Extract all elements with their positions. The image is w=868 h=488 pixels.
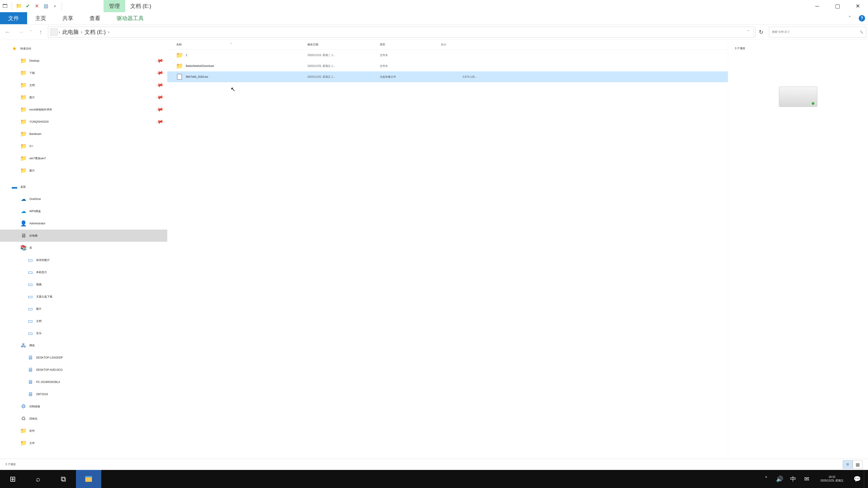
volume-icon[interactable]: 🔊 — [773, 470, 786, 488]
nav-qa-item[interactable]: 📁下载📌 — [0, 67, 167, 79]
nav-qa-item[interactable]: 📁G:\ — [0, 140, 167, 152]
nav-network[interactable]: 🖧 网络 — [0, 339, 167, 352]
action-center-icon[interactable]: 💬 — [850, 470, 864, 488]
file-row[interactable]: 📁12020/12/15, 星期二 1...文件夹 — [167, 50, 728, 61]
nav-qa-item[interactable]: 📁YUNQISHI2019📌 — [0, 116, 167, 128]
nav-item[interactable]: 📚库 — [0, 242, 167, 254]
wps-icon: ☁ — [20, 208, 27, 215]
workspace: ★ 快速访问 📁Desktop📌📁下载📌📁文档📌📁图片📌📁excel表格制作求和… — [0, 40, 868, 459]
back-button[interactable]: ← — [2, 26, 13, 38]
delete-icon[interactable]: ✕ — [34, 3, 40, 9]
icons-view-button[interactable]: ▦ — [852, 460, 863, 469]
tab-file[interactable]: 文件 — [0, 12, 27, 24]
nav-software[interactable]: 📁 软件 — [0, 425, 167, 437]
nav-net-item[interactable]: 🖥ZMT2019 — [0, 388, 167, 400]
nav-lib-item[interactable]: ▭音乐 — [0, 327, 167, 339]
show-desktop-button[interactable] — [864, 470, 868, 488]
nav-qa-item[interactable]: 📁图片📌 — [0, 91, 167, 103]
file-explorer-taskbar[interactable] — [76, 470, 101, 488]
chevron-right-icon[interactable]: › — [59, 29, 60, 35]
ime-indicator[interactable]: 中 — [786, 470, 800, 488]
file-row[interactable]: 📁BaiduNetdiskDownload2020/12/25, 星期五 1..… — [167, 61, 728, 71]
tab-home[interactable]: 主页 — [27, 12, 54, 24]
desktop-icon: 📁 — [20, 58, 27, 64]
nav-item[interactable]: ☁WPS网盘 — [0, 205, 167, 217]
nav-item[interactable]: 🖥此电脑 — [0, 230, 167, 242]
details-view-button[interactable]: ≡ — [843, 460, 852, 469]
tray-overflow-icon[interactable]: ˄ — [759, 470, 773, 488]
ribbon-tabs: 文件 主页 共享 查看 驱动器工具 ˄ ? — [0, 12, 868, 24]
nav-label: YUNQISHI2019 — [29, 120, 49, 123]
status-bar: 3 个项目 ≡ ▦ — [0, 459, 868, 470]
nav-qa-item[interactable]: 📁Desktop📌 — [0, 55, 167, 67]
nav-lib-item[interactable]: ▭图片 — [0, 303, 167, 315]
pin-icon: 📌 — [156, 93, 164, 102]
file-list[interactable]: 名称˄ 修改日期 类型 大小 📁12020/12/15, 星期二 1...文件夹… — [167, 40, 728, 459]
forward-button[interactable]: → — [15, 26, 27, 38]
breadcrumb-current[interactable]: 文档 (E:) — [83, 29, 107, 36]
user-icon: 👤 — [20, 220, 27, 227]
nav-net-item[interactable]: 🖥DESKTOP-LSSOEDP — [0, 352, 167, 364]
folder-icon: 📁 — [20, 428, 27, 434]
col-modified[interactable]: 修改日期 — [307, 43, 380, 46]
nav-qa-item[interactable]: 📁图片 — [0, 164, 167, 177]
breadcrumb[interactable]: › 此电脑 › 文档 (E:) › ˅ — [48, 27, 754, 37]
minimize-button[interactable]: ─ — [807, 0, 827, 12]
up-button[interactable]: ↑ — [35, 26, 46, 38]
search-icon[interactable]: 🔍 — [860, 31, 863, 34]
nav-qa-item[interactable]: 📁文档📌 — [0, 79, 167, 91]
nav-net-item[interactable]: 🖥PC-20190530OBLA — [0, 376, 167, 388]
breadcrumb-dropdown-icon[interactable]: ˅ — [745, 30, 752, 35]
checkmark-icon[interactable]: ✔ — [25, 3, 31, 9]
col-name[interactable]: 名称˄ — [176, 42, 307, 47]
nav-lib-item[interactable]: ▭保存的图片 — [0, 254, 167, 266]
nav-control-panel[interactable]: ⚙ 控制面板 — [0, 400, 167, 413]
nav-lib-item[interactable]: ▭文档 — [0, 315, 167, 327]
nav-desktop-group[interactable]: ▬ 桌面 — [0, 181, 167, 193]
breadcrumb-root[interactable]: 此电脑 — [61, 29, 80, 36]
search-input[interactable]: 搜索"文档 (E:)" 🔍 — [769, 27, 866, 37]
chevron-right-icon[interactable]: › — [108, 29, 110, 35]
context-tab-manage[interactable]: 管理 — [103, 0, 125, 12]
col-size[interactable]: 大小 — [441, 43, 482, 46]
history-dropdown-icon[interactable]: ˅ — [28, 30, 33, 35]
properties-icon[interactable]: ▧ — [43, 3, 49, 9]
nav-qa-item[interactable]: 📁excel表格制作求和📌 — [0, 103, 167, 116]
nav-docs[interactable]: 📁 文件 — [0, 437, 167, 449]
nav-lib-item[interactable]: ▭本机照片 — [0, 266, 167, 278]
clock[interactable]: 16:32 2020/12/25, 星期五 — [813, 475, 850, 482]
pin-icon: 📌 — [156, 69, 164, 77]
nav-lib-item[interactable]: ▭视频 — [0, 278, 167, 291]
nav-lib-item[interactable]: ▭天翼云盘下载 — [0, 291, 167, 303]
nav-quick-access[interactable]: ★ 快速访问 — [0, 42, 167, 55]
start-button[interactable]: ⊞ — [0, 470, 25, 488]
nav-recycle[interactable]: ♻ 回收站 — [0, 413, 167, 425]
nav-net-item[interactable]: 🖥DESKTOP-NJEU3CG — [0, 364, 167, 376]
taskview-button[interactable]: ⧉ — [51, 470, 76, 488]
chevron-right-icon[interactable]: › — [81, 29, 83, 35]
file-row[interactable]: Win7x64_2020.iso2020/12/25, 星期五 1...光盘映像… — [167, 71, 728, 82]
ribbon-collapse-icon[interactable]: ˄ — [844, 12, 856, 24]
music-icon: ▭ — [27, 330, 33, 336]
nav-item[interactable]: 👤Administrator — [0, 217, 167, 230]
maximize-button[interactable]: ▢ — [827, 0, 848, 12]
tab-view[interactable]: 查看 — [81, 12, 108, 24]
col-type[interactable]: 类型 — [380, 43, 441, 46]
navigation-pane[interactable]: ★ 快速访问 📁Desktop📌📁下载📌📁文档📌📁图片📌📁excel表格制作求和… — [0, 40, 167, 459]
tab-share[interactable]: 共享 — [54, 12, 81, 24]
window-controls: ─ ▢ ✕ — [807, 0, 868, 12]
tab-drive-tools[interactable]: 驱动器工具 — [108, 12, 152, 24]
close-button[interactable]: ✕ — [848, 0, 868, 12]
folder-icon[interactable]: 📁 — [16, 3, 22, 9]
help-button[interactable]: ? — [856, 12, 868, 24]
nav-qa-item[interactable]: 📁Bandicam — [0, 128, 167, 140]
file-type: 文件夹 — [380, 53, 441, 57]
pc-icon: 🖥 — [20, 232, 27, 239]
refresh-button[interactable]: ↻ — [755, 27, 766, 37]
mail-icon[interactable]: ✉ — [800, 470, 813, 488]
nav-qa-item[interactable]: 📁win7重装win7 — [0, 152, 167, 164]
folder-icon: 📁 — [20, 155, 27, 162]
search-button[interactable]: ⌕ — [25, 470, 51, 488]
nav-item[interactable]: ☁OneDrive — [0, 193, 167, 205]
qat-dropdown-icon[interactable]: ▾ — [52, 3, 58, 9]
